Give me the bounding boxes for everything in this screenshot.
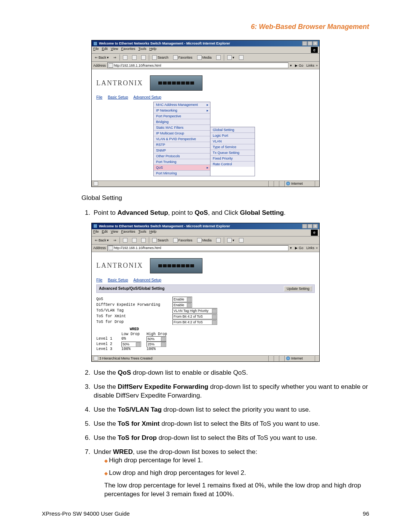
media-button[interactable]: Media — [196, 54, 213, 61]
media-icon — [197, 55, 202, 60]
maximize-button[interactable]: □ — [307, 224, 312, 228]
mail-button[interactable]: ▾ — [226, 237, 236, 243]
nav-file[interactable]: File — [96, 95, 102, 99]
address-label: Address — [93, 64, 106, 67]
menu-ip-multicast[interactable]: IP Multicast Group — [154, 131, 210, 136]
close-button[interactable]: × — [313, 41, 318, 46]
menu-bridging[interactable]: Bridging — [154, 119, 210, 125]
search-button[interactable]: Search — [151, 237, 170, 243]
ie-toolbar: ⇐ Back ▾ ⇒ Search Favorites Media ▾ — [92, 236, 319, 244]
bullet-low-high-l2: Low drop and high drop percentages for l… — [104, 469, 369, 478]
wred-l3-high: 100% — [147, 347, 172, 351]
nav-advanced-setup[interactable]: Advanced Setup — [134, 278, 161, 282]
dropdown-l2-high[interactable]: 25% — [147, 342, 166, 347]
wred-col-low: Low Drop — [121, 332, 147, 336]
menu-view[interactable]: View — [111, 47, 118, 53]
menu-tools[interactable]: Tools — [138, 47, 146, 53]
update-setting-button[interactable]: Update Setting — [284, 286, 312, 291]
bullet-high-drop-l1: High drop percentage for level 1. — [104, 456, 369, 465]
minimize-button[interactable]: _ — [302, 224, 307, 228]
refresh-button[interactable] — [131, 237, 138, 243]
dropdown-l1-high[interactable]: 50% — [147, 336, 166, 342]
menu-ip-networking[interactable]: IP Networking — [154, 108, 210, 113]
home-button[interactable] — [140, 237, 147, 243]
menu-mac-address[interactable]: MAC Address Management — [154, 102, 210, 108]
dropdown-icon[interactable]: ▾ — [290, 64, 292, 67]
menu-other-protocols[interactable]: Other Protocols — [154, 153, 210, 159]
wred-level2-label: Level 2 — [96, 342, 121, 346]
dropdown-tosvlan[interactable]: VLAN Tag High Priority — [172, 308, 217, 313]
menu-file[interactable]: File — [93, 47, 99, 53]
nav-file[interactable]: File — [96, 278, 102, 282]
links-label[interactable]: Links — [306, 64, 314, 67]
menu-port-perspective[interactable]: Port Perspective — [154, 113, 210, 119]
submenu-rate-control[interactable]: Rate Control — [210, 161, 255, 167]
links-label[interactable]: Links — [306, 246, 314, 250]
device-image — [150, 258, 202, 273]
menu-static-mac[interactable]: Static MAC Filters — [154, 125, 210, 131]
status-cell — [274, 181, 279, 187]
forward-button[interactable]: ⇒ — [112, 237, 118, 243]
submenu-tos[interactable]: Type of Service — [210, 144, 255, 150]
mail-icon — [227, 55, 232, 60]
mail-button[interactable]: ▾ — [226, 54, 236, 61]
print-button[interactable] — [237, 54, 245, 61]
submenu-global-setting[interactable]: Global Setting — [210, 127, 255, 133]
menu-edit[interactable]: Edit — [102, 47, 108, 53]
menu-view[interactable]: View — [111, 230, 118, 236]
forward-button[interactable]: ⇒ — [112, 54, 118, 61]
menu-rstp[interactable]: RSTP — [154, 142, 210, 148]
status-cell — [268, 181, 274, 187]
submenu-tx-queue[interactable]: Tx Queue Setting — [210, 150, 255, 156]
dropdown-drop[interactable]: From Bit 4:2 of ToS — [172, 320, 217, 325]
status-cell — [274, 355, 279, 361]
menu-favorites[interactable]: Favorites — [121, 47, 135, 53]
menu-snmp[interactable]: SNMP — [154, 148, 210, 153]
maximize-button[interactable]: □ — [307, 41, 312, 46]
favorites-button[interactable]: Favorites — [172, 237, 194, 243]
menu-port-trunking[interactable]: Port Trunking — [154, 159, 210, 165]
history-button[interactable] — [215, 237, 222, 243]
stop-button[interactable] — [121, 237, 129, 243]
address-input[interactable]: http://192.168.1.10/frames.html — [107, 245, 288, 251]
status-cell — [279, 181, 284, 187]
menu-port-mirroring[interactable]: Port Mirroring — [154, 171, 210, 176]
menu-file[interactable]: File — [93, 230, 99, 236]
submenu-fixed-priority[interactable]: Fixed Priority — [210, 156, 255, 161]
print-button[interactable] — [237, 237, 245, 243]
menu-help[interactable]: Help — [149, 230, 156, 236]
dropdown-qos[interactable]: Enable — [172, 297, 192, 302]
dropdown-xmint[interactable]: From Bit 4:2 of ToS — [172, 314, 217, 319]
menu-qos[interactable]: QoS — [154, 165, 210, 171]
close-button[interactable]: × — [313, 224, 318, 228]
favorites-button[interactable]: Favorites — [172, 54, 194, 61]
search-button[interactable]: Search — [151, 54, 170, 61]
menu-vlan-pvid[interactable]: VLAN & PVID Perspective — [154, 136, 210, 142]
dropdown-icon[interactable]: ▾ — [290, 246, 292, 250]
minimize-button[interactable]: _ — [302, 41, 307, 46]
go-button[interactable]: ▶ Go — [293, 246, 305, 250]
step-2: Use the QoS drop-down list to enable or … — [92, 369, 369, 377]
back-button[interactable]: ⇐ Back ▾ — [93, 237, 110, 243]
nav-basic-setup[interactable]: Basic Setup — [108, 278, 128, 282]
menu-favorites[interactable]: Favorites — [121, 230, 135, 236]
menu-help[interactable]: Help — [149, 47, 156, 53]
submenu-logic-port[interactable]: Logic Port — [210, 133, 255, 139]
dropdown-diffserv[interactable]: Enable — [172, 302, 192, 308]
menu-edit[interactable]: Edit — [102, 230, 108, 236]
go-button[interactable]: ▶ Go — [293, 64, 305, 67]
history-button[interactable] — [215, 54, 222, 61]
media-button[interactable]: Media — [196, 237, 213, 243]
nav-basic-setup[interactable]: Basic Setup — [108, 95, 128, 99]
address-input[interactable]: http://192.168.1.10/frames.html — [107, 62, 288, 68]
dropdown-l2-low[interactable]: 50% — [121, 342, 141, 347]
page-icon — [108, 63, 113, 68]
menu-tools[interactable]: Tools — [138, 230, 146, 236]
refresh-button[interactable] — [131, 54, 138, 61]
stop-button[interactable] — [121, 54, 129, 61]
page-footer: XPress-Pro SW 94000 User Guide 96 — [42, 510, 369, 517]
home-button[interactable] — [140, 54, 147, 61]
submenu-vlan[interactable]: VLAN — [210, 139, 255, 144]
back-button[interactable]: ⇐ Back ▾ — [93, 54, 110, 61]
nav-advanced-setup[interactable]: Advanced Setup — [134, 95, 161, 99]
